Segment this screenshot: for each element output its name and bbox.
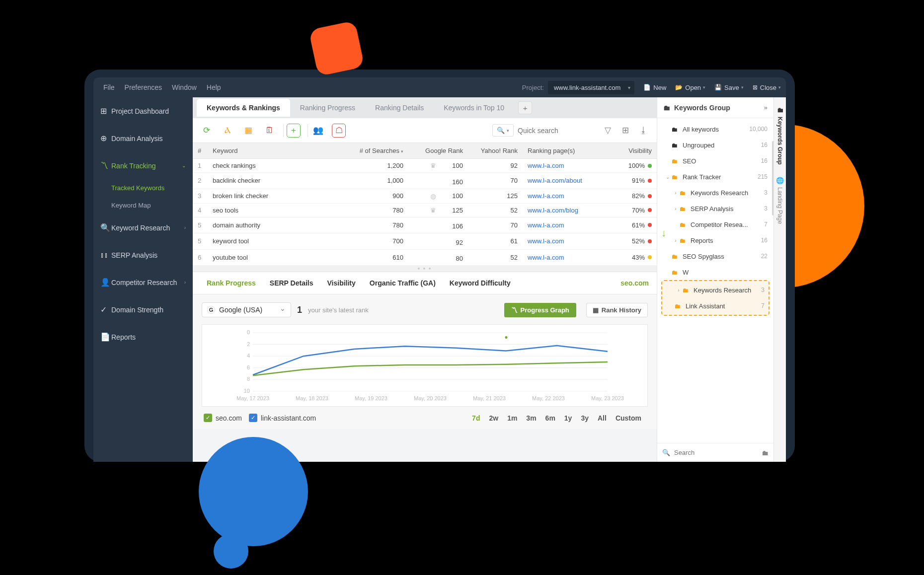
range-2w[interactable]: 2w — [484, 414, 503, 422]
splitter-handle[interactable]: ● ● ● — [193, 266, 657, 272]
table-row[interactable]: 5domain authority780 106 70www.l-a.com 6… — [193, 217, 657, 233]
col-searches[interactable]: # of Searches▾ — [339, 143, 408, 159]
sidebar-item-rank-tracking[interactable]: 〽Rank Tracking⌄ — [93, 152, 193, 179]
range-1y[interactable]: 1y — [560, 414, 577, 422]
ranking-page-link[interactable]: www.l-a.com — [528, 237, 564, 245]
legend-seo[interactable]: ✓seo.com — [204, 414, 242, 422]
col-yahoo-rank[interactable]: Yahoo! Rank — [468, 143, 523, 159]
drop-target[interactable]: › 🖿 Keywords Research3 🖿 Link Assistant7 — [661, 280, 770, 316]
sidebar-item-project-dashboard[interactable]: ⊞Project Dashboard — [93, 97, 193, 125]
tree-node[interactable]: 🖿 Link Assistant7 — [663, 298, 768, 314]
chevron-icon: ⌄ — [664, 174, 671, 180]
tab-ranking-details[interactable]: Ranking Details — [365, 99, 434, 117]
close-button[interactable]: ⊠Close▾ — [753, 84, 781, 91]
quick-search-input[interactable] — [517, 125, 596, 137]
tree-node[interactable]: 🖿 SEO Spyglass22 — [660, 248, 770, 264]
range-3m[interactable]: 3m — [522, 414, 540, 422]
sidebar-sub-tracked-keywords[interactable]: Tracked Keywords — [93, 179, 193, 197]
grid-view-icon[interactable]: ⊞ — [619, 124, 632, 137]
scrollbar[interactable] — [772, 141, 773, 216]
tree-node[interactable]: › 🖿 Keywords Research3 — [660, 185, 770, 201]
tab-keywords-rankings[interactable]: Keywords & Rankings — [197, 99, 290, 117]
sidebar-item-keyword-research[interactable]: 🔍Keyword Research› — [93, 214, 193, 241]
save-button[interactable]: 💾Save▾ — [714, 84, 744, 91]
range-all[interactable]: All — [593, 414, 611, 422]
table-row[interactable]: 4seo tools780 ♛125 52www.l-a.com/blog 70… — [193, 203, 657, 217]
export-icon[interactable]: ⭳ — [637, 124, 650, 137]
col-keyword[interactable]: Keyword — [208, 143, 339, 159]
table-row[interactable]: 2backlink checker1,000 160 70www.l-a.com… — [193, 173, 657, 189]
tree-node[interactable]: 🖿 SEO16 — [660, 153, 770, 169]
col-idx[interactable]: # — [193, 143, 208, 159]
col-google-rank[interactable]: Google Rank — [408, 143, 468, 159]
sidebar-item-serp-analysis[interactable]: ⫾⫾SERP Analysis — [93, 241, 193, 269]
tree-node[interactable]: 🖿 Ungrouped16 — [660, 137, 770, 153]
range-7d[interactable]: 7d — [467, 414, 484, 422]
sidebar-item-reports[interactable]: 📄Reports — [93, 323, 193, 351]
rank-history-button[interactable]: ▦Rank History — [586, 303, 648, 317]
side-tab-keywords-group[interactable]: 🖿Keywords Group — [776, 102, 783, 169]
open-button[interactable]: 📂Open▾ — [675, 84, 705, 91]
progress-graph-button[interactable]: 〽Progress Graph — [504, 303, 576, 317]
tree-node[interactable]: ⌄ 🖿 Rank Tracker215 — [660, 169, 770, 185]
range-custom[interactable]: Custom — [611, 414, 646, 422]
sidebar-item-domain-strength[interactable]: ✓Domain Strength — [93, 296, 193, 323]
tree-node[interactable]: › 🖿 Reports16 — [660, 232, 770, 248]
keywords-table: # Keyword # of Searches▾ Google Rank Yah… — [193, 143, 657, 266]
alerts-icon[interactable]: ☖ — [332, 124, 346, 138]
status-dot — [648, 179, 652, 183]
group-search-input[interactable] — [674, 449, 758, 456]
tree-node[interactable]: 🖿 All keywords10,000 — [660, 121, 770, 137]
tree-node[interactable]: 🖿 W — [660, 264, 770, 280]
table-row[interactable]: 5keyword tool700 92 61www.l-a.com 52% — [193, 233, 657, 250]
ranking-page-link[interactable]: www.l-a.com — [528, 221, 564, 229]
search-engine-dropdown[interactable]: G Google (USA) — [202, 302, 291, 317]
add-keyword-button[interactable]: + — [287, 124, 301, 138]
range-1m[interactable]: 1m — [503, 414, 522, 422]
tree-node[interactable]: › 🖿 Keywords Research3 — [663, 282, 768, 298]
menu-preferences[interactable]: Preferences — [120, 83, 167, 91]
project-dropdown[interactable]: www.link-assistant.com — [548, 81, 634, 94]
detail-tab-keyword-difficulty[interactable]: Keyword Difficulty — [443, 279, 518, 287]
filter-icon[interactable]: ▽ — [601, 124, 614, 137]
tree-node[interactable]: › 🖿 SERP Analysis3 — [660, 201, 770, 216]
col-visibility[interactable]: Visibility — [607, 143, 657, 159]
menu-help[interactable]: Help — [202, 83, 226, 91]
menu-window[interactable]: Window — [167, 83, 202, 91]
menu-file[interactable]: File — [98, 83, 120, 91]
ranking-page-link[interactable]: www.l-a.com — [528, 254, 564, 261]
ranking-page-link[interactable]: www.l-a.com — [528, 192, 564, 200]
analytics-icon[interactable]: Ⲁ — [221, 124, 234, 138]
search-mode-dropdown[interactable]: 🔍 ▾ — [492, 124, 514, 137]
keyword-stack-icon[interactable]: ▦ — [241, 124, 255, 138]
col-ranking-pages[interactable]: Ranking page(s) — [523, 143, 607, 159]
add-tab-button[interactable]: + — [518, 101, 532, 114]
table-row[interactable]: 1check rankings1,200 ♛100 92www.l-a.com … — [193, 159, 657, 173]
table-row[interactable]: 3broken link checker900 ◍100 125www.l-a.… — [193, 189, 657, 203]
tab-ranking-progress[interactable]: Ranking Progress — [290, 99, 365, 117]
ranking-page-link[interactable]: www.l-a.com/blog — [528, 207, 578, 214]
sidebar-sub-keyword-map[interactable]: Keyword Map — [93, 197, 193, 214]
menubar: File Preferences Window Help Project: ww… — [93, 77, 786, 97]
sidebar-item-competitor-research[interactable]: 👤Competitor Research› — [93, 269, 193, 296]
folder-add-icon[interactable]: 🖿 — [762, 449, 769, 457]
tree-node[interactable]: 🖿 Competitor Resea...7 — [660, 216, 770, 232]
range-3y[interactable]: 3y — [576, 414, 593, 422]
table-row[interactable]: 6youtube tool610 80 52www.l-a.com 43% — [193, 249, 657, 266]
ranking-page-link[interactable]: www.l-a.com — [528, 162, 564, 169]
tab-keywords-in-top-10[interactable]: Keywords in Top 10 — [434, 99, 514, 117]
schedule-icon[interactable]: 🗓 — [262, 124, 276, 138]
detail-tab-visibility[interactable]: Visibility — [320, 279, 363, 287]
ranking-page-link[interactable]: www.l-a.com/about — [528, 177, 582, 184]
refresh-icon[interactable]: ⟳ — [200, 124, 214, 138]
sidebar-item-domain-analysis[interactable]: ⊕Domain Analysis — [93, 125, 193, 152]
detail-tab-organic-traffic-ga-[interactable]: Organic Traffic (GA) — [363, 279, 443, 287]
detail-tab-rank-progress[interactable]: Rank Progress — [200, 279, 263, 287]
range-6m[interactable]: 6m — [541, 414, 560, 422]
detail-tab-serp-details[interactable]: SERP Details — [263, 279, 320, 287]
new-button[interactable]: 📄New — [643, 84, 666, 91]
side-tab-landing-page[interactable]: 🌐Landing Page — [776, 173, 784, 228]
expand-panel-icon[interactable]: » — [764, 104, 768, 111]
competitors-icon[interactable]: 👥 — [311, 124, 325, 138]
legend-link-assistant[interactable]: ✓link-assistant.com — [249, 414, 316, 422]
